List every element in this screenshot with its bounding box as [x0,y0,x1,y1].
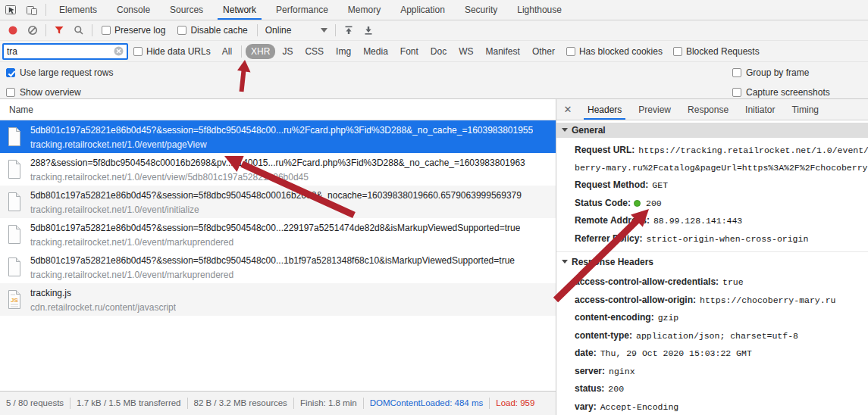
column-header-name[interactable]: Name [0,99,556,120]
remote-address-field: Remote Address:88.99.128.141:443 [556,212,868,230]
use-large-request-rows-checkbox[interactable]: Use large request rows [6,66,113,80]
checkbox-checked[interactable] [6,68,15,77]
group-by-frame-checkbox[interactable]: Group by frame [732,66,809,80]
request-method-field: Request Method:GET [556,176,868,195]
filter-input[interactable] [2,43,128,60]
filter-pill-all[interactable]: All [217,44,237,59]
tab-memory[interactable]: Memory [338,0,390,20]
divider [45,24,46,36]
tab-lighthouse[interactable]: Lighthouse [507,0,572,20]
chevron-down-icon [321,28,327,33]
has-blocked-cookies-label: Has blocked cookies [579,46,663,57]
close-icon[interactable]: ✕ [556,99,579,120]
show-overview-checkbox[interactable]: Show overview [6,86,81,99]
device-toolbar-icon[interactable] [21,0,42,20]
tab-timing[interactable]: Timing [783,99,827,120]
divider [556,251,868,252]
disable-cache-checkbox[interactable]: Disable cache [177,25,247,36]
checkbox-unchecked[interactable] [566,47,575,56]
svg-text:JS: JS [11,297,18,304]
document-icon [6,126,23,147]
divider [241,45,242,58]
response-headers-section-header[interactable]: Response Headers [556,254,868,270]
request-row-3[interactable]: 5db801c197a52821e86b0d45?&session=5f8dbc… [0,186,556,218]
resources-size: 82 B / 3.2 MB resources [188,398,294,409]
export-har-icon[interactable] [359,20,378,40]
tab-sources[interactable]: Sources [160,0,213,20]
filter-pill-xhr[interactable]: XHR [246,44,275,59]
hide-data-urls-checkbox[interactable]: Hide data URLs [133,46,211,57]
filter-pill-ws[interactable]: WS [453,44,478,59]
filter-pill-other[interactable]: Other [527,44,560,59]
import-har-icon[interactable] [339,20,359,40]
checkbox-unchecked[interactable] [6,88,15,97]
response-header-row: date:Thu, 29 Oct 2020 15:03:22 GMT [556,345,868,363]
divider [335,24,336,36]
checkbox-unchecked[interactable] [732,88,741,97]
throttling-select[interactable]: Online [265,25,327,36]
checkbox-unchecked[interactable] [133,47,143,56]
general-fields: Request URL:https://tracking.retailrocke… [556,142,868,248]
use-large-request-rows-label: Use large request rows [20,67,113,78]
status-code-field: Status Code:200 [556,195,868,213]
capture-screenshots-checkbox[interactable]: Capture screenshots [732,86,830,99]
response-header-row: access-control-allow-credentials:true [556,273,868,292]
response-headers-fields: access-control-allow-credentials:true ac… [556,273,868,415]
tab-security[interactable]: Security [455,0,507,20]
request-row-2[interactable]: 288?&session=5f8dbc9504548c00016b2698&pv… [0,153,556,186]
preserve-log-checkbox[interactable]: Preserve log [102,25,165,36]
disclosure-triangle-icon [562,128,568,132]
checkbox-unchecked[interactable] [177,26,186,35]
filter-pill-js[interactable]: JS [277,44,298,59]
status-ok-dot-icon [634,200,641,207]
tab-application[interactable]: Application [390,0,455,20]
filter-pill-css[interactable]: CSS [299,44,329,59]
filter-pill-img[interactable]: Img [331,44,356,59]
request-rows: 5db801c197a52821e86b0d45?&session=5f8dbc… [0,120,556,391]
request-name: 5db801c197a52821e86b0d45?&session=5f8dbc… [30,123,533,138]
request-path: tracking.retailrocket.net/1.0/event/page… [30,138,533,151]
filter-pill-manifest[interactable]: Manifest [481,44,525,59]
filter-pill-media[interactable]: Media [358,44,393,59]
response-header-row: vary:Accept-Encoding [556,398,868,415]
preserve-log-label: Preserve log [114,25,165,36]
request-path: cdn.retailrocket.ru/content/javascript [30,301,176,314]
request-row-4[interactable]: 5db801c197a52821e86b0d45?&session=5f8dbc… [0,218,556,251]
general-section-header[interactable]: General [556,123,868,138]
request-name: 5db801c197a52821e86b0d45?&session=5f8dbc… [30,188,522,203]
request-row-5[interactable]: 5db801c197a52821e86b0d45?&session=5f8dbc… [0,251,556,283]
finish-time: Finish: 1.8 min [294,398,364,409]
tab-performance[interactable]: Performance [266,0,338,20]
clear-icon[interactable] [23,20,42,40]
filter-pill-font[interactable]: Font [395,44,424,59]
clear-filter-icon[interactable] [114,46,124,56]
response-header-row: content-type:application/json; charset=u… [556,327,868,345]
network-toolbar: Preserve log Disable cache Online [0,20,868,41]
request-row-1[interactable]: 5db801c197a52821e86b0d45?&session=5f8dbc… [0,120,556,153]
has-blocked-cookies-checkbox[interactable]: Has blocked cookies [566,46,663,57]
checkbox-unchecked[interactable] [102,26,111,35]
search-icon[interactable] [69,20,89,40]
filter-input-field[interactable] [5,45,114,58]
checkbox-unchecked[interactable] [732,68,741,77]
inspect-icon[interactable] [0,0,21,20]
response-header-row: server:nginx [556,363,868,381]
tab-response[interactable]: Response [679,99,737,120]
request-list-pane: Name 5db801c197a52821e86b0d45?&session=5… [0,99,556,415]
record-icon[interactable] [3,20,23,40]
disclosure-triangle-icon [562,260,568,264]
tab-console[interactable]: Console [107,0,160,20]
filter-pill-doc[interactable]: Doc [425,44,452,59]
blocked-requests-checkbox[interactable]: Blocked Requests [673,46,760,57]
request-name: 5db801c197a52821e86b0d45?&session=5f8dbc… [30,253,515,268]
tab-network[interactable]: Network [213,0,266,20]
show-overview-label: Show overview [20,87,81,98]
response-header-row: content-encoding:gzip [556,309,868,327]
checkbox-unchecked[interactable] [673,47,682,56]
tab-initiator[interactable]: Initiator [737,99,783,120]
tab-elements[interactable]: Elements [49,0,107,20]
tab-preview[interactable]: Preview [630,99,679,120]
request-row-6[interactable]: JS tracking.js cdn.retailrocket.ru/conte… [0,283,556,316]
tab-headers[interactable]: Headers [579,99,630,120]
filter-funnel-icon[interactable] [49,20,69,40]
